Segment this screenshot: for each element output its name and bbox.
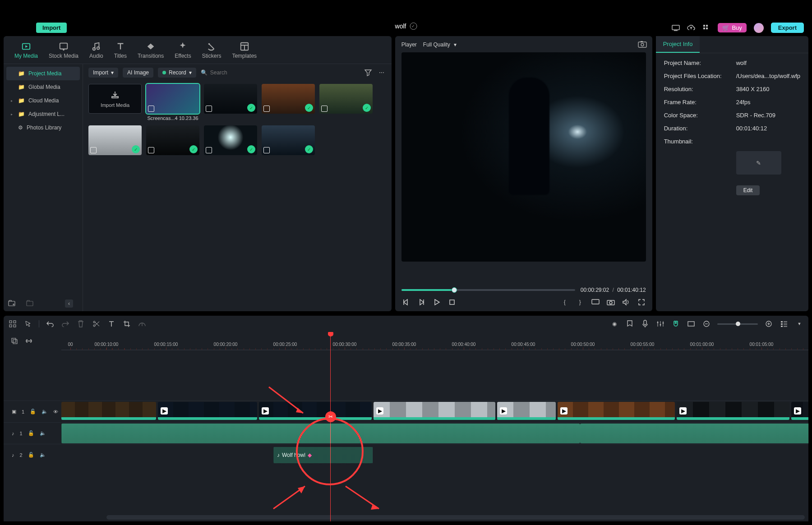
device-icon[interactable] (672, 24, 680, 32)
collapse-sidebar-icon[interactable]: ‹ (65, 299, 73, 308)
mute-icon[interactable]: 🔈 (40, 452, 46, 458)
audio-track-2-header[interactable]: ♪2 🔓 🔈 (4, 444, 61, 465)
layout-icon[interactable] (8, 319, 17, 328)
edit-project-button[interactable]: Edit (736, 185, 760, 195)
record-dropdown[interactable]: Record▾ (158, 68, 196, 78)
export-button[interactable]: Export (771, 23, 804, 33)
sidebar-item-global-media[interactable]: 📁 Global Media (6, 80, 80, 94)
color-icon[interactable]: ◉ (610, 319, 619, 328)
tab-my-media[interactable]: My Media (9, 41, 43, 64)
clone-icon[interactable] (10, 336, 19, 345)
import-dropdown[interactable]: Import▾ (88, 68, 118, 78)
scrub-slider[interactable] (401, 289, 575, 291)
search-box[interactable]: 🔍 (201, 69, 359, 76)
tab-audio[interactable]: Audio (84, 41, 109, 64)
timeline-scrollbar[interactable] (106, 515, 805, 520)
import-media-tile[interactable]: Import Media (88, 84, 142, 121)
playhead[interactable]: ✂ (330, 332, 331, 521)
quality-dropdown[interactable]: Full Quality ▾ (423, 41, 457, 48)
brace-close-icon[interactable]: } (576, 298, 585, 307)
more-icon[interactable]: ⋯ (377, 68, 386, 77)
buy-button[interactable]: 🛒 Buy (718, 23, 746, 32)
play-icon[interactable] (432, 298, 441, 307)
ai-image-button[interactable]: AI Image (123, 68, 153, 78)
preview-viewport[interactable] (401, 52, 646, 262)
track-view-icon[interactable] (780, 319, 789, 328)
mute-icon[interactable]: 🔈 (40, 430, 46, 436)
link-icon[interactable] (24, 336, 33, 345)
eye-icon[interactable]: 👁 (53, 409, 58, 414)
video-clip[interactable] (61, 402, 156, 420)
audio-lane-2[interactable]: ♪Wolf howl◆ (61, 444, 808, 465)
magnet-icon[interactable] (671, 319, 680, 328)
playhead-handle[interactable] (328, 332, 333, 336)
sidebar-item-project-media[interactable]: 📁 Project Media (6, 67, 80, 80)
text-tool-icon[interactable] (107, 319, 116, 328)
crop-tool-icon[interactable] (122, 319, 131, 328)
undo-icon[interactable] (46, 319, 55, 328)
tracks-area[interactable]: 0000:00:10:0000:00:15:0000:00:20:0000:00… (61, 332, 808, 521)
sidebar-item-photos-library[interactable]: ⚙ Photos Library (6, 121, 80, 134)
lock-icon[interactable]: 🔓 (28, 452, 34, 458)
speed-tool-icon[interactable] (138, 319, 147, 328)
import-button[interactable]: Import (36, 23, 67, 33)
new-bin-icon[interactable] (25, 299, 34, 308)
mixer-icon[interactable] (656, 319, 665, 328)
tab-titles[interactable]: Titles (109, 41, 132, 64)
mic-icon[interactable] (641, 319, 650, 328)
camera-icon[interactable] (606, 298, 615, 307)
mute-icon[interactable]: 🔈 (42, 409, 48, 414)
time-ruler[interactable]: 0000:00:10:0000:00:15:0000:00:20:0000:00… (61, 332, 808, 350)
video-clip[interactable]: ▶ (677, 402, 789, 420)
tab-templates[interactable]: Templates (226, 41, 262, 64)
redo-icon[interactable] (61, 319, 70, 328)
video-clip[interactable]: ▶ (158, 402, 257, 420)
media-item[interactable]: Screencas...4 10.23.36 (146, 84, 199, 121)
delete-icon[interactable] (76, 319, 85, 328)
audio-lane-1[interactable] (61, 422, 808, 444)
video-clip[interactable]: ▶ (374, 402, 495, 420)
media-item[interactable]: ✓ (262, 84, 315, 121)
video-lane[interactable]: ▶ ▶ ▶ ▶ ▶ ▶ ▶ (61, 401, 808, 422)
sfx-clip-wolf-howl[interactable]: ♪Wolf howl◆ (273, 447, 373, 463)
audio-clip[interactable] (61, 424, 580, 443)
video-track-header[interactable]: ▣1 🔓 🔈 👁 (4, 401, 61, 422)
marker-icon[interactable] (625, 319, 634, 328)
fullscreen-icon[interactable] (637, 298, 646, 307)
media-item[interactable]: ✓ (146, 125, 199, 155)
sidebar-item-cloud-media[interactable]: ▸📁 Cloud Media (6, 94, 80, 107)
brace-open-icon[interactable]: { (560, 298, 569, 307)
split-scissors-icon[interactable]: ✂ (325, 411, 336, 422)
frame-icon[interactable] (687, 319, 696, 328)
snapshot-icon[interactable] (638, 41, 646, 49)
sidebar-item-adjustment-layers[interactable]: ▸📁 Adjustment L... (6, 107, 80, 121)
video-clip[interactable]: ▶ (259, 402, 372, 420)
video-clip[interactable]: ▶ (558, 402, 675, 420)
audio-track-1-header[interactable]: ♪1 🔓 🔈 (4, 422, 61, 444)
apps-grid-icon[interactable] (702, 24, 710, 32)
step-forward-icon[interactable] (417, 298, 426, 307)
zoom-out-icon[interactable] (702, 319, 711, 328)
display-icon[interactable] (591, 298, 600, 307)
filter-icon[interactable] (364, 68, 373, 77)
media-item[interactable]: ✓ (204, 84, 257, 121)
thumbnail-picker[interactable]: ✎ (736, 151, 781, 175)
media-item[interactable]: ✓ (262, 125, 315, 155)
stop-icon[interactable] (448, 298, 457, 307)
tab-effects[interactable]: Effects (169, 41, 196, 64)
cursor-tool-icon[interactable] (23, 319, 32, 328)
audio-clip[interactable] (580, 424, 808, 443)
scissors-icon[interactable] (92, 319, 101, 328)
tab-stickers[interactable]: Stickers (197, 41, 227, 64)
video-clip[interactable]: ▶ (791, 402, 808, 420)
lock-icon[interactable]: 🔓 (28, 430, 34, 436)
new-folder-icon[interactable] (7, 299, 16, 308)
step-back-icon[interactable] (401, 298, 411, 307)
search-input[interactable] (210, 69, 359, 76)
media-item[interactable]: ✓ (204, 125, 257, 155)
zoom-in-icon[interactable] (764, 319, 773, 328)
volume-icon[interactable] (622, 298, 631, 307)
chevron-down-icon[interactable]: ▼ (795, 319, 804, 328)
media-item[interactable]: ✓ (88, 125, 142, 155)
user-avatar[interactable] (754, 23, 764, 33)
